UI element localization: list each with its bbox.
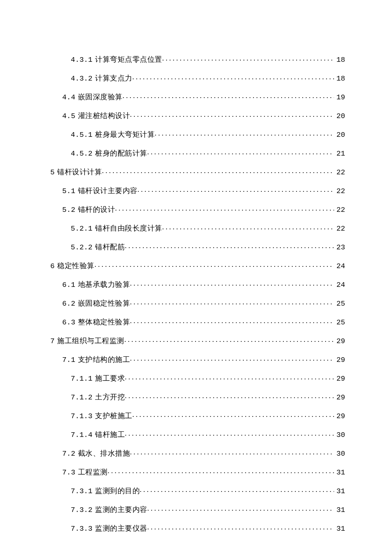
toc-page-number: 25 — [334, 319, 345, 326]
toc-page-number: 22 — [334, 225, 345, 232]
toc-title: 土方开挖 — [95, 393, 125, 401]
toc-entry: 4.5灌注桩结构设计20 — [50, 111, 345, 120]
toc-title: 锚杆设计主要内容 — [78, 187, 138, 194]
toc-leader — [130, 111, 334, 118]
toc-entry: 4.3.2计算支点力18 — [50, 73, 345, 82]
toc-number: 5.2 — [62, 206, 75, 214]
toc-leader — [130, 317, 334, 324]
toc-title: 支护结构的施工 — [78, 356, 130, 363]
toc-title: 截水、排水措施 — [78, 450, 130, 457]
toc-title: 地基承载力验算 — [78, 281, 130, 288]
toc-leader — [162, 223, 334, 231]
toc-leader — [95, 261, 334, 268]
toc-entry: 4.4嵌固深度验算19 — [50, 92, 345, 101]
toc-page-number: 22 — [334, 188, 345, 195]
toc-number: 5 — [50, 169, 55, 176]
toc-entry: 6.2嵌固稳定性验算25 — [50, 298, 345, 307]
toc-page-number: 20 — [334, 113, 345, 120]
toc-page-number: 29 — [334, 413, 345, 420]
toc-page-number: 31 — [334, 488, 345, 495]
toc-page-number: 29 — [334, 338, 345, 345]
toc-title: 监测到的目的 — [95, 487, 140, 494]
toc-leader — [130, 298, 334, 306]
toc-page-number: 30 — [334, 450, 345, 457]
toc-leader — [130, 280, 334, 287]
toc-page-number: 29 — [334, 394, 345, 401]
toc-number: 7.1.1 — [71, 375, 92, 382]
toc-entry: 5.2锚杆的设计22 — [50, 205, 345, 214]
toc-title: 计算弯矩点零点位置 — [95, 56, 162, 63]
toc-title: 嵌固深度验算 — [78, 93, 123, 101]
toc-entry: 7.2截水、排水措施30 — [50, 448, 345, 457]
toc-leader — [133, 411, 334, 418]
toc-title: 监测的主要仪器 — [95, 525, 147, 532]
toc-number: 5.1 — [62, 188, 75, 195]
toc-title: 计算支点力 — [95, 75, 133, 82]
toc-number: 7.2 — [62, 450, 75, 457]
toc-entry: 4.3.1计算弯矩点零点位置18 — [50, 55, 345, 64]
toc-number: 5.2.2 — [71, 244, 92, 251]
toc-page-number: 18 — [334, 75, 345, 82]
toc-page-number: 21 — [334, 150, 345, 157]
toc-title: 桩身的配筋计算 — [95, 150, 147, 157]
toc-number: 7.1.4 — [71, 431, 92, 439]
toc-number: 4.5 — [62, 113, 75, 120]
toc-entry: 7.1.1施工要求29 — [50, 373, 345, 382]
toc-page-number: 31 — [334, 469, 345, 476]
toc-page-number: 24 — [334, 281, 345, 289]
toc-title: 灌注桩结构设计 — [78, 112, 130, 119]
toc-leader — [155, 130, 334, 137]
toc-title: 施工要求 — [95, 375, 125, 382]
toc-leader — [115, 205, 334, 212]
toc-title: 整体稳定性验算 — [78, 318, 130, 326]
toc-page: 4.3.1计算弯矩点零点位置184.3.2计算支点力184.4嵌固深度验算194… — [0, 0, 392, 555]
toc-number: 7.1 — [62, 356, 75, 364]
toc-page-number: 22 — [334, 206, 345, 214]
toc-number: 4.3.2 — [71, 75, 92, 82]
toc-number: 4.5.1 — [71, 131, 92, 139]
toc-leader — [124, 336, 334, 343]
toc-entry: 5.1锚杆设计主要内容22 — [50, 186, 345, 195]
toc-number: 5.2.1 — [71, 225, 92, 232]
toc-leader — [125, 373, 334, 381]
toc-page-number: 18 — [334, 56, 345, 64]
toc-leader — [123, 92, 334, 99]
toc-number: 6 — [50, 263, 55, 270]
toc-title: 稳定性验算 — [57, 262, 95, 269]
toc-leader — [130, 355, 334, 362]
toc-entry: 7.3.3监测的主要仪器31 — [50, 523, 345, 532]
toc-number: 4.5.2 — [71, 150, 92, 157]
toc-number: 7 — [50, 338, 55, 345]
toc-title: 嵌固稳定性验算 — [78, 300, 130, 307]
toc-leader — [147, 523, 334, 531]
toc-leader — [162, 55, 334, 62]
toc-leader — [130, 448, 334, 456]
toc-title: 施工组织与工程监测 — [57, 337, 124, 344]
toc-leader — [133, 73, 334, 81]
toc-title: 锚杆自由段长度计算 — [95, 225, 162, 232]
toc-title: 工程监测 — [78, 468, 108, 476]
toc-page-number: 23 — [334, 244, 345, 251]
toc-number: 7.1.2 — [71, 394, 92, 401]
toc-number: 6.1 — [62, 281, 75, 289]
toc-number: 6.3 — [62, 319, 75, 326]
toc-title: 支护桩施工 — [95, 412, 133, 419]
toc-leader — [140, 486, 334, 493]
toc-entry: 7.1.2土方开挖29 — [50, 392, 345, 401]
toc-number: 7.3.3 — [71, 525, 92, 532]
toc-entry: 7.3.1监测到的目的31 — [50, 486, 345, 495]
toc-number: 7.1.3 — [71, 413, 92, 420]
toc-title: 锚杆的设计 — [78, 206, 115, 213]
toc-entry: 7.1支护结构的施工29 — [50, 355, 345, 364]
toc-leader — [138, 186, 334, 193]
toc-page-number: 29 — [334, 375, 345, 382]
toc-entry: 6.3整体稳定性验算25 — [50, 317, 345, 326]
toc-title: 锚杆施工 — [95, 431, 125, 438]
toc-leader — [125, 392, 334, 399]
toc-leader — [108, 467, 334, 474]
toc-title: 监测的主要内容 — [95, 506, 147, 513]
toc-leader — [102, 167, 334, 174]
toc-leader — [147, 148, 334, 156]
toc-leader — [125, 430, 334, 437]
toc-entry: 5锚杆设计计算22 — [50, 167, 345, 176]
